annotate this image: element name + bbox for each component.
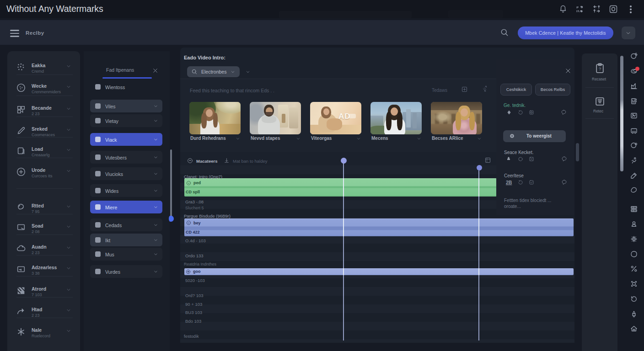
svg-text:?: ? [599, 67, 601, 71]
